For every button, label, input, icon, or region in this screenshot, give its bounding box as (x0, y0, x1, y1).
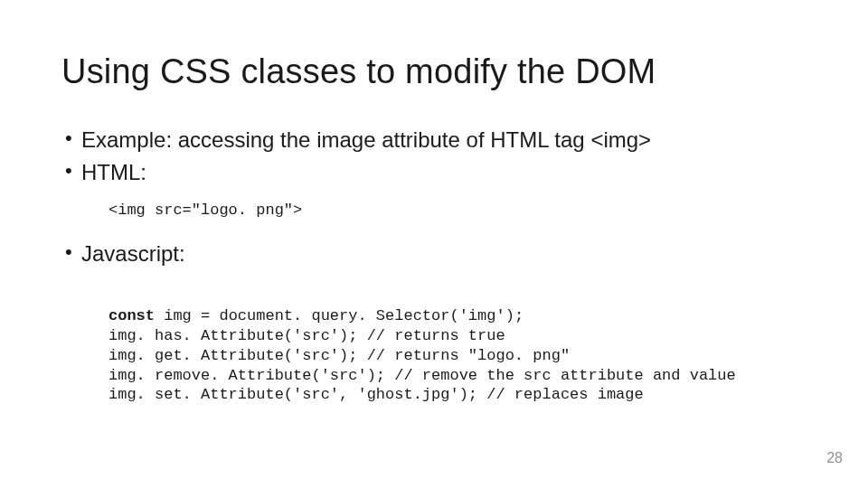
js-line-3: img. get. Attribute('src'); // returns "… (108, 347, 570, 364)
js-keyword-const: const (108, 307, 155, 324)
code-html-snippet: <img src="logo. png"> (108, 201, 807, 220)
bullet-html-label: HTML: (61, 158, 807, 187)
slide-content: Using CSS classes to modify the DOM Exam… (0, 0, 868, 405)
js-line-1: img = document. query. Selector('img'); (155, 307, 524, 324)
js-line-5: img. set. Attribute('src', 'ghost.jpg');… (108, 386, 644, 403)
bullet-example: Example: accessing the image attribute o… (61, 126, 807, 155)
js-line-4: img. remove. Attribute('src'); // remove… (108, 367, 736, 384)
page-number: 28 (826, 450, 843, 466)
js-line-2: img. has. Attribute('src'); // returns t… (108, 327, 505, 344)
code-js-snippet: const img = document. query. Selector('i… (108, 306, 807, 405)
slide-title: Using CSS classes to modify the DOM (61, 52, 807, 91)
bullet-javascript-label: Javascript: (61, 239, 807, 268)
